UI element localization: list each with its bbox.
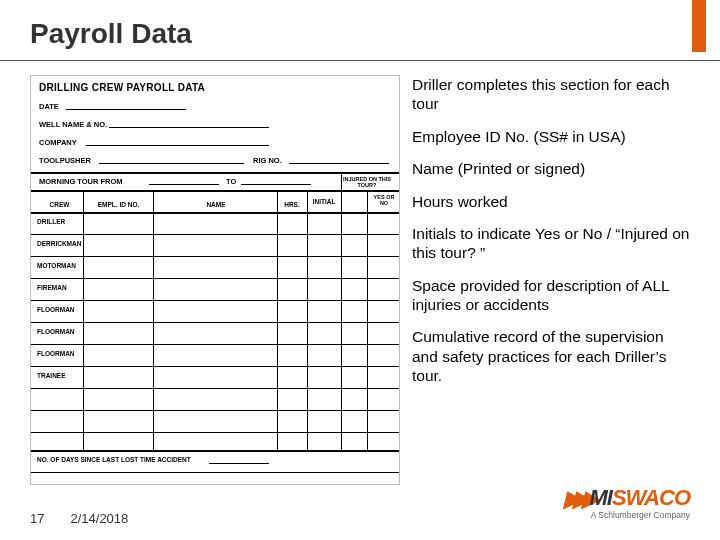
line bbox=[149, 184, 219, 185]
thick-rule bbox=[31, 172, 399, 174]
fld-to: TO bbox=[226, 177, 236, 186]
vline bbox=[307, 190, 308, 450]
thick-rule bbox=[31, 212, 399, 214]
line bbox=[209, 463, 269, 464]
fld-date: DATE bbox=[39, 102, 59, 111]
vline bbox=[83, 190, 84, 450]
notes-column: Driller completes this section for each … bbox=[412, 75, 690, 505]
col-empl: EMPL. ID NO. bbox=[86, 201, 151, 208]
fld-well: WELL NAME & NO. bbox=[39, 120, 107, 129]
col-initial: INITIAL bbox=[309, 198, 339, 205]
role-motorman: MOTORMAN bbox=[37, 262, 76, 269]
line bbox=[66, 109, 186, 110]
fld-toolpusher: TOOLPUSHER bbox=[39, 156, 91, 165]
thick-rule bbox=[31, 190, 399, 192]
fld-tour: MORNING TOUR FROM bbox=[39, 177, 123, 186]
line bbox=[289, 163, 389, 164]
accent-bar bbox=[692, 0, 706, 52]
note-3: Name (Printed or signed) bbox=[412, 159, 690, 178]
fld-company: COMPANY bbox=[39, 138, 77, 147]
role-derrickman: DERRICKMAN bbox=[37, 240, 81, 247]
fld-rigno: RIG NO. bbox=[253, 156, 282, 165]
col-hrs: HRS. bbox=[279, 201, 305, 208]
line bbox=[241, 184, 311, 185]
content-area: DRILLING CREW PAYROLL DATA DATE WELL NAM… bbox=[30, 75, 690, 505]
col-yesno: YES OR NO bbox=[369, 194, 399, 206]
vline bbox=[341, 172, 342, 450]
logo: ▶▶▶MISWACO A Schlumberger Company bbox=[564, 485, 690, 520]
row-line bbox=[31, 300, 399, 301]
role-floorman1: FLOORMAN bbox=[37, 306, 75, 313]
page-date: 2/14/2018 bbox=[70, 511, 128, 526]
role-trainee: TRAINEE bbox=[37, 372, 66, 379]
col-crew: CREW bbox=[37, 201, 82, 208]
role-fireman: FIREMAN bbox=[37, 284, 67, 291]
logo-swaco: SWACO bbox=[612, 485, 690, 510]
row-line bbox=[31, 432, 399, 433]
form-header: DRILLING CREW PAYROLL DATA bbox=[39, 82, 205, 93]
role-floorman2: FLOORMAN bbox=[37, 328, 75, 335]
note-2: Employee ID No. (SS# in USA) bbox=[412, 127, 690, 146]
logo-chevrons-icon: ▶▶▶ bbox=[564, 486, 591, 512]
title-rule bbox=[0, 60, 720, 61]
note-6: Space provided for description of ALL in… bbox=[412, 276, 690, 315]
role-floorman3: FLOORMAN bbox=[37, 350, 75, 357]
col-name: NAME bbox=[161, 201, 271, 208]
note-5: Initials to indicate Yes or No / “Injure… bbox=[412, 224, 690, 263]
row-line bbox=[31, 472, 399, 473]
row-line bbox=[31, 410, 399, 411]
row-line bbox=[31, 278, 399, 279]
page-number: 17 bbox=[30, 511, 44, 526]
logo-mi: MI bbox=[589, 485, 611, 510]
row-line bbox=[31, 256, 399, 257]
fld-bottom: NO. OF DAYS SINCE LAST LOST TIME ACCIDEN… bbox=[37, 456, 191, 463]
row-line bbox=[31, 234, 399, 235]
note-4: Hours worked bbox=[412, 192, 690, 211]
row-line bbox=[31, 366, 399, 367]
logo-main: ▶▶▶MISWACO bbox=[564, 485, 690, 512]
vline bbox=[367, 190, 368, 450]
row-line bbox=[31, 388, 399, 389]
vline bbox=[277, 190, 278, 450]
line bbox=[99, 163, 244, 164]
line bbox=[109, 127, 269, 128]
note-7: Cumulative record of the supervision and… bbox=[412, 327, 690, 385]
note-1: Driller completes this section for each … bbox=[412, 75, 690, 114]
col-injured: INJURED ON THIS TOUR? bbox=[341, 176, 393, 188]
row-line bbox=[31, 344, 399, 345]
role-driller: DRILLER bbox=[37, 218, 65, 225]
page-title: Payroll Data bbox=[0, 0, 720, 56]
thick-rule bbox=[31, 450, 399, 452]
line bbox=[86, 145, 269, 146]
vline bbox=[153, 190, 154, 450]
payroll-form-figure: DRILLING CREW PAYROLL DATA DATE WELL NAM… bbox=[30, 75, 400, 485]
row-line bbox=[31, 322, 399, 323]
